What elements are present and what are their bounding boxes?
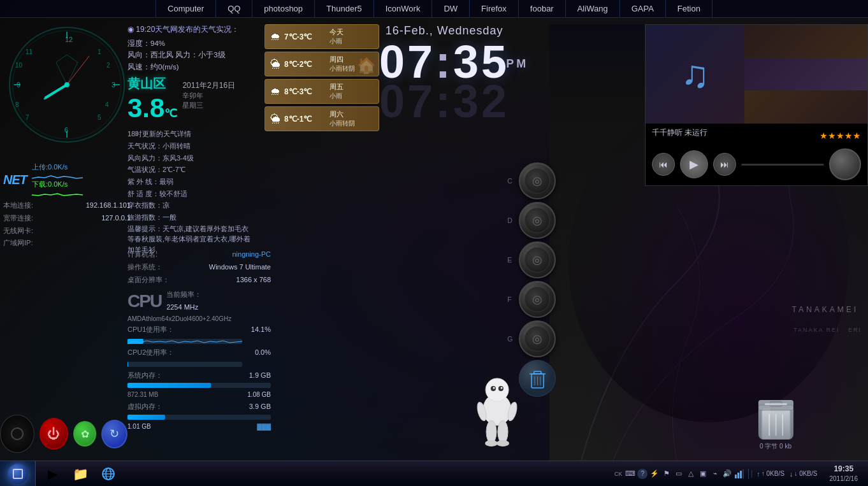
- recycle-icon: [758, 400, 793, 440]
- trash-button[interactable]: [519, 360, 556, 397]
- speaker-button-d[interactable]: ◎: [519, 202, 556, 239]
- play-button[interactable]: ▶: [680, 150, 708, 178]
- player-progress[interactable]: [741, 164, 824, 166]
- taskbar-clock[interactable]: 19:35 2011/2/16: [825, 463, 864, 484]
- net-wan-row: 广域网IP:: [3, 237, 131, 250]
- svg-point-43: [496, 440, 509, 447]
- speaker-button-c[interactable]: ◎: [519, 162, 556, 199]
- speaker-inner-e: ◎: [524, 247, 550, 273]
- speaker-button-e[interactable]: ◎: [519, 241, 556, 278]
- start-button[interactable]: [0, 461, 36, 487]
- start-orb: [8, 464, 28, 484]
- windows-logo: [13, 469, 23, 479]
- speaker-inner-f: ◎: [524, 287, 550, 312]
- menu-thunder5[interactable]: Thunder5: [315, 0, 374, 18]
- album-thumb-1[interactable]: [744, 25, 867, 58]
- download-speed: ↓ ↓ 0KB/S: [788, 470, 820, 478]
- svg-text:3: 3: [112, 81, 115, 89]
- net-widget: NET 上传:0.0K/s 下载:0.0K/s 本地连接: 192.168.1.…: [3, 162, 131, 250]
- cpu-label: CPU: [127, 291, 161, 311]
- menu-firefox[interactable]: Firefox: [470, 0, 519, 18]
- systray-speaker-icon[interactable]: 🔊: [722, 469, 732, 479]
- robot-figure: [472, 375, 523, 451]
- svg-point-42: [485, 440, 498, 447]
- menu-aliwang[interactable]: AliWang: [566, 0, 620, 18]
- forecast-icon-2: 🌧: [270, 86, 280, 97]
- svg-rect-24: [127, 362, 242, 367]
- svg-rect-25: [127, 362, 128, 367]
- svg-line-20: [67, 56, 89, 85]
- cpu1-row: CPU1使用率： 14.1%: [127, 324, 271, 336]
- speaker-inner-g: ◎: [524, 326, 550, 352]
- arrow-button[interactable]: ↻: [101, 420, 127, 448]
- menu-photoshop[interactable]: photoshop: [252, 0, 315, 18]
- upload-arrow: ↑: [756, 470, 760, 478]
- forecast-item-0: 🌧 7℃-3℃ 今天 小雨: [264, 24, 379, 49]
- forecast-icon-0: 🌧: [270, 31, 280, 43]
- clock-widget: 12 3 6 9 11 10 1 2 4 5 7 8: [6, 24, 131, 148]
- weather-temp: 3.8℃: [127, 95, 177, 122]
- speaker-row-e: E ◎: [507, 241, 556, 278]
- next-button[interactable]: ⏭: [713, 153, 736, 176]
- taskbar-time: 19:35: [830, 464, 858, 475]
- forecast-icon-3: 🌦: [270, 113, 280, 125]
- svg-text:9: 9: [17, 81, 20, 89]
- systray-arrow-up: △: [686, 469, 696, 479]
- forecast-temp-2: 8℃-3℃: [284, 87, 326, 96]
- svg-rect-57: [737, 473, 739, 478]
- vmem-row: 虚拟内存： 3.9 GB: [127, 401, 271, 413]
- album-thumb-2[interactable]: [744, 58, 867, 91]
- menu-dw[interactable]: DW: [432, 0, 470, 18]
- vinyl-record[interactable]: [0, 415, 34, 453]
- svg-line-19: [45, 85, 67, 99]
- systray-hdmi: ▣: [698, 469, 708, 479]
- speaker-label-f: F: [507, 296, 515, 303]
- power-button[interactable]: ⏻: [40, 418, 68, 450]
- taskbar: ▶ 📁 CK: [0, 461, 868, 486]
- weather-date: 2011年2月16日: [182, 80, 235, 91]
- systray-network-status: [734, 469, 744, 479]
- taskbar-date: 2011/2/16: [830, 475, 858, 483]
- time-shadow: 07:32: [379, 78, 509, 124]
- menu-iconwork[interactable]: IconWork: [374, 0, 433, 18]
- svg-rect-28: [534, 371, 541, 374]
- album-current[interactable]: ♫: [646, 25, 744, 124]
- net-local-row: 本地连接: 192.168.1.101: [3, 199, 131, 212]
- svg-rect-50: [763, 408, 770, 439]
- bottom-bar-left: ⏻ ✿ ↻: [0, 408, 127, 459]
- svg-text:5: 5: [98, 114, 101, 121]
- menu-foobar[interactable]: foobar: [519, 0, 566, 18]
- taskbar-item-media[interactable]: ▶: [40, 463, 65, 485]
- album-thumb-3[interactable]: [744, 90, 867, 124]
- upload-speed-value: ↑ 0KB/S: [762, 470, 785, 477]
- svg-text:10: 10: [15, 62, 23, 69]
- music-note-icon: ♫: [681, 52, 709, 96]
- recycle-bin[interactable]: 0 字节 0 kb: [753, 400, 798, 451]
- svg-rect-56: [735, 475, 737, 478]
- recycle-label: 0 字节 0 kb: [760, 442, 792, 451]
- systray-help[interactable]: ?: [637, 469, 647, 479]
- cpu-model: AMDAthlom64x2Duol4600+2.40GHz: [127, 315, 271, 322]
- speaker-buttons: C ◎ D ◎ E ◎ F ◎ G ◎: [507, 162, 556, 397]
- net-download-speed: 下载:0.0K/s: [32, 180, 83, 189]
- svg-text:4: 4: [105, 101, 109, 108]
- prev-button[interactable]: ⏮: [652, 153, 675, 176]
- speaker-label-e: E: [507, 256, 515, 264]
- forecast-day-3: 周六: [329, 110, 355, 119]
- green-button[interactable]: ✿: [73, 421, 96, 447]
- svg-point-41: [498, 420, 508, 443]
- weather-travel: 旅游指数：一般: [127, 211, 395, 224]
- volume-knob[interactable]: [829, 148, 861, 180]
- svg-point-36: [493, 387, 495, 389]
- svg-text:12: 12: [65, 36, 73, 43]
- speaker-button-g[interactable]: ◎: [519, 320, 556, 357]
- taskbar-item-ie[interactable]: [96, 463, 121, 485]
- mem-row: 系统内存： 1.9 GB: [127, 369, 271, 382]
- menu-fetion[interactable]: Fetion: [666, 0, 712, 18]
- menu-qq[interactable]: QQ: [216, 0, 252, 18]
- menu-computer[interactable]: Computer: [156, 0, 216, 18]
- menu-gapa[interactable]: GAPA: [620, 0, 666, 18]
- track-info: 千千静听 未运行 ★★★★★: [646, 124, 867, 143]
- taskbar-item-explorer[interactable]: 📁: [68, 463, 93, 485]
- speaker-button-f[interactable]: ◎: [519, 281, 556, 318]
